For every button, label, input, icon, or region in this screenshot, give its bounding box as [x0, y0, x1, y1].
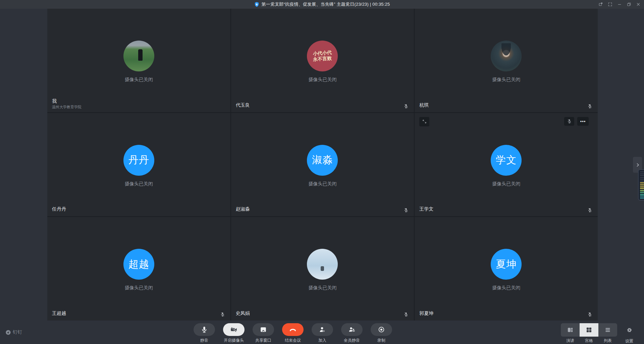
view-speaker-label: 演讲 — [561, 338, 580, 344]
participant-tile[interactable]: ••• 学文 摄像头已关闭 王学文 — [415, 113, 598, 217]
participant-tile[interactable]: 摄像头已关闭 杭琪 — [415, 9, 598, 112]
meeting-title: 第一党支部“抗疫情、促发展、当先锋” 主题党日(23/23) | 00:35:2… — [262, 1, 390, 7]
participant-name: 我 — [52, 98, 57, 104]
participant-org: 温州大学教育学院 — [52, 105, 82, 110]
list-view-icon — [604, 327, 611, 333]
view-speaker-button[interactable] — [561, 323, 580, 337]
avatar-text: 永不言败 — [313, 55, 332, 62]
avatar: 丹丹 — [123, 145, 154, 176]
camera-off-label: 摄像头已关闭 — [492, 285, 520, 291]
participant-name: 赵淑淼 — [236, 206, 250, 212]
participant-name: 任丹丹 — [52, 206, 66, 212]
popout-icon[interactable] — [598, 2, 603, 7]
camera-off-label: 摄像头已关闭 — [308, 181, 336, 187]
avatar: 夏坤 — [491, 249, 522, 280]
camera-off-icon — [230, 326, 237, 333]
mute-all-button[interactable]: 全员静音 — [337, 323, 367, 343]
participant-tile[interactable]: 超越 摄像头已关闭 王超越 — [47, 217, 230, 321]
end-meeting-button[interactable]: 结束会议 — [278, 323, 308, 343]
avatar: 超越 — [123, 249, 154, 280]
maximize-icon[interactable] — [627, 2, 631, 7]
view-list-label: 列表 — [598, 338, 617, 344]
camera-off-label: 摄像头已关闭 — [308, 285, 336, 291]
gear-icon — [626, 327, 633, 333]
participant-tile[interactable]: 夏坤 摄像头已关闭 郭夏坤 — [415, 217, 598, 321]
participant-tile[interactable]: 丹丹 摄像头已关闭 任丹丹 — [47, 113, 230, 217]
view-list-button[interactable] — [598, 323, 617, 337]
participant-mic-button[interactable] — [564, 117, 574, 126]
participant-name: 郭夏坤 — [419, 310, 433, 317]
avatar — [123, 41, 154, 71]
participant-tile[interactable]: 淑淼 摄像头已关闭 赵淑淼 — [231, 113, 414, 217]
participant-name: 史凤娟 — [236, 310, 250, 317]
titlebar: 第一党支部“抗疫情、促发展、当先锋” 主题党日(23/23) | 00:35:2… — [0, 0, 644, 9]
participant-name: 王超越 — [52, 310, 66, 317]
participant-tile[interactable]: 摄像头已关闭 我 温州大学教育学院 — [47, 9, 230, 112]
view-grid-label: 宫格 — [580, 338, 598, 344]
mic-muted-icon — [404, 311, 409, 317]
share-window-icon — [260, 326, 267, 333]
mute-button[interactable]: 静音 — [190, 323, 219, 343]
mic-muted-icon — [587, 103, 592, 109]
minimize-icon[interactable] — [617, 2, 622, 7]
speaker-view-icon — [567, 327, 574, 333]
camera-off-label: 摄像头已关闭 — [125, 285, 153, 291]
mic-muted-icon — [220, 311, 225, 317]
view-switcher: 演讲 宫格 列表 — [561, 323, 617, 344]
mic-muted-icon — [587, 207, 592, 213]
participant-grid: 摄像头已关闭 我 温州大学教育学院 小代小代 永不言败 摄像头已关闭 代玉良 — [47, 9, 598, 321]
participant-tile[interactable]: 小代小代 永不言败 摄像头已关闭 代玉良 — [231, 9, 414, 112]
participant-tile[interactable]: 摄像头已关闭 史凤娟 — [231, 217, 414, 321]
avatar-text: 淑淼 — [312, 153, 333, 167]
camera-off-label: 摄像头已关闭 — [125, 77, 153, 83]
record-icon — [378, 326, 385, 333]
mute-all-icon — [348, 326, 356, 333]
avatar-text: 超越 — [128, 257, 149, 271]
avatar-text: 丹丹 — [128, 153, 149, 167]
avatar: 学文 — [491, 145, 522, 176]
view-grid-button[interactable] — [580, 323, 598, 337]
expand-tile-button[interactable] — [419, 117, 429, 126]
participant-name: 王学文 — [419, 206, 433, 212]
camera-off-label: 摄像头已关闭 — [308, 77, 336, 83]
chevron-right-icon — [636, 163, 640, 167]
more-dots-icon: ••• — [580, 119, 586, 124]
audio-level-meter — [638, 169, 644, 200]
avatar — [491, 41, 522, 71]
avatar: 小代小代 永不言败 — [307, 41, 338, 71]
brand: 钉钉 — [5, 329, 22, 335]
avatar: 淑淼 — [307, 145, 338, 176]
invite-button[interactable]: 加入 — [308, 323, 337, 343]
toolbar: 钉钉 静音 开启摄像头 共享窗口 结束会议 — [0, 321, 644, 344]
participant-name: 代玉良 — [236, 102, 250, 108]
avatar — [307, 249, 338, 280]
camera-off-label: 摄像头已关闭 — [492, 181, 520, 187]
mic-muted-icon — [404, 103, 409, 109]
grid-view-icon — [586, 327, 592, 333]
camera-off-label: 摄像头已关闭 — [492, 77, 520, 83]
meeting-actions: 静音 开启摄像头 共享窗口 结束会议 加入 — [190, 323, 396, 343]
record-button[interactable]: 录制 — [367, 323, 396, 343]
settings-button[interactable]: 设置 — [623, 323, 635, 344]
brand-label: 钉钉 — [13, 329, 22, 335]
participant-name: 杭琪 — [419, 102, 429, 108]
camera-toggle-button[interactable]: 开启摄像头 — [219, 323, 249, 343]
avatar-text: 夏坤 — [496, 257, 517, 271]
mic-muted-icon — [587, 311, 592, 317]
security-shield-icon — [254, 2, 259, 7]
camera-off-label: 摄像头已关闭 — [125, 181, 153, 187]
avatar-text: 学文 — [496, 153, 517, 167]
share-window-button[interactable]: 共享窗口 — [249, 323, 278, 343]
more-options-button[interactable]: ••• — [577, 117, 589, 126]
microphone-icon — [201, 326, 208, 333]
mic-muted-icon — [404, 207, 409, 213]
fullscreen-icon[interactable] — [608, 2, 612, 7]
hangup-icon — [289, 326, 297, 333]
add-person-icon — [319, 326, 326, 333]
meeting-stage: 摄像头已关闭 我 温州大学教育学院 小代小代 永不言败 摄像头已关闭 代玉良 — [0, 9, 644, 321]
close-icon[interactable] — [636, 2, 641, 7]
dingtalk-logo-icon — [5, 330, 11, 335]
